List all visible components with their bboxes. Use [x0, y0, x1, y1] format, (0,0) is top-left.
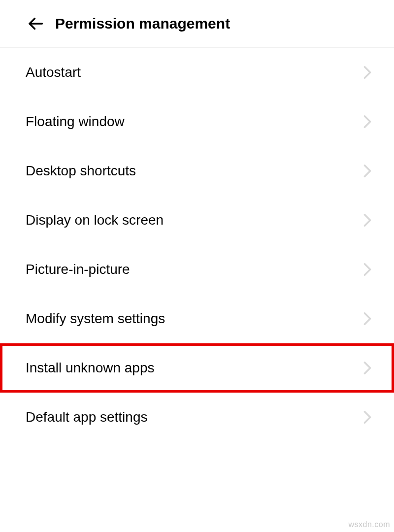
page-title: Permission management: [55, 15, 230, 32]
header: Permission management: [0, 0, 394, 48]
settings-item-default-app-settings[interactable]: Default app settings: [0, 393, 394, 442]
settings-item-label: Display on lock screen: [26, 212, 164, 228]
back-icon[interactable]: [26, 14, 45, 33]
settings-item-label: Default app settings: [26, 409, 148, 425]
settings-item-picture-in-picture[interactable]: Picture-in-picture: [0, 245, 394, 294]
settings-item-label: Desktop shortcuts: [26, 163, 136, 179]
chevron-right-icon: [361, 66, 374, 79]
settings-item-label: Modify system settings: [26, 311, 165, 327]
settings-item-label: Picture-in-picture: [26, 262, 130, 277]
chevron-right-icon: [361, 312, 374, 326]
settings-list: Autostart Floating window Desktop shortc…: [0, 48, 394, 442]
settings-item-label: Floating window: [26, 114, 125, 130]
watermark: wsxdn.com: [348, 520, 390, 529]
settings-item-display-on-lock-screen[interactable]: Display on lock screen: [0, 196, 394, 245]
chevron-right-icon: [361, 164, 374, 178]
settings-item-floating-window[interactable]: Floating window: [0, 97, 394, 146]
settings-item-autostart[interactable]: Autostart: [0, 48, 394, 97]
chevron-right-icon: [361, 361, 374, 375]
settings-item-modify-system-settings[interactable]: Modify system settings: [0, 294, 394, 343]
settings-item-label: Install unknown apps: [26, 360, 155, 376]
chevron-right-icon: [361, 410, 374, 424]
chevron-right-icon: [361, 115, 374, 129]
chevron-right-icon: [361, 213, 374, 227]
chevron-right-icon: [361, 263, 374, 276]
settings-item-label: Autostart: [26, 65, 81, 80]
settings-item-desktop-shortcuts[interactable]: Desktop shortcuts: [0, 146, 394, 196]
settings-item-install-unknown-apps[interactable]: Install unknown apps: [0, 343, 394, 393]
